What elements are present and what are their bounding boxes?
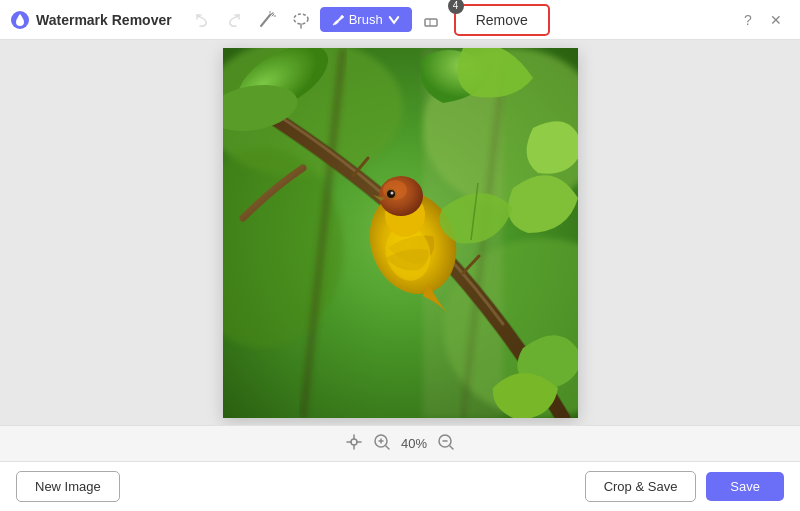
remove-badge: 4: [448, 0, 464, 14]
zoom-bar: 40%: [0, 425, 800, 461]
lasso-button[interactable]: [286, 5, 316, 35]
canvas-area: [0, 40, 800, 425]
image-container: [223, 48, 578, 418]
svg-line-33: [386, 446, 389, 449]
crop-save-button[interactable]: Crop & Save: [585, 471, 697, 502]
eraser-button[interactable]: [416, 5, 446, 35]
svg-point-29: [351, 439, 357, 445]
svg-line-1: [261, 15, 270, 26]
zoom-in-icon[interactable]: [373, 433, 391, 455]
app-title: Watermark Remover: [36, 12, 172, 28]
titlebar: Watermark Remover: [0, 0, 800, 40]
zoom-level: 40%: [401, 436, 427, 451]
bird-image: [223, 48, 578, 418]
toolbar-group: Brush: [188, 5, 446, 35]
svg-point-26: [390, 191, 393, 194]
brush-label: Brush: [349, 12, 383, 27]
svg-line-2: [270, 13, 273, 15]
redo-button[interactable]: [220, 6, 248, 34]
action-bar: New Image Crop & Save Save: [0, 461, 800, 511]
zoom-out-icon[interactable]: [437, 433, 455, 455]
wand-button[interactable]: [252, 5, 282, 35]
close-button[interactable]: ✕: [762, 6, 790, 34]
help-button[interactable]: ?: [734, 6, 762, 34]
svg-point-3: [294, 14, 308, 24]
brush-button[interactable]: Brush: [320, 7, 412, 32]
remove-button[interactable]: Remove: [454, 4, 550, 36]
app-logo-icon: [10, 10, 30, 30]
svg-rect-5: [425, 19, 437, 26]
undo-button[interactable]: [188, 6, 216, 34]
save-button[interactable]: Save: [706, 472, 784, 501]
pan-icon[interactable]: [345, 433, 363, 455]
remove-button-wrapper: 4 Remove: [454, 4, 550, 36]
new-image-button[interactable]: New Image: [16, 471, 120, 502]
svg-line-36: [450, 446, 453, 449]
